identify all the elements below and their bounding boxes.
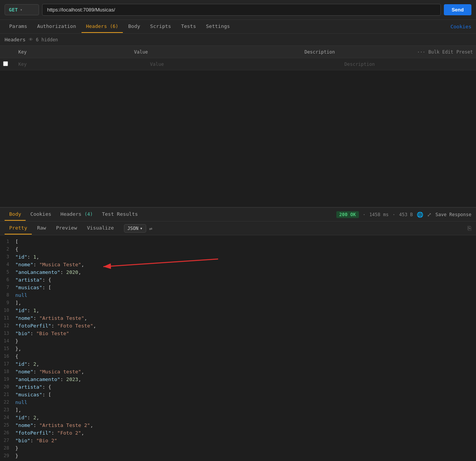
response-time: 1458 ms xyxy=(369,212,389,217)
code-line: 26 "fotoPerfil": "Foto 2", xyxy=(0,430,476,437)
line-content: "artista": { xyxy=(15,277,51,283)
code-tab-preview[interactable]: Preview xyxy=(51,222,82,235)
response-section: Body Cookies Headers (4) Test Results 20… xyxy=(0,207,476,461)
code-line: 15 }, xyxy=(0,345,476,353)
line-number: 18 xyxy=(0,369,15,374)
tab-scripts[interactable]: Scripts xyxy=(145,20,176,33)
line-number: 29 xyxy=(0,453,15,458)
filter-icon[interactable]: ⇌ xyxy=(149,225,152,231)
bulk-edit-label[interactable]: Bulk Edit xyxy=(429,49,453,55)
code-line: 25 "nome": "Artista Teste 2", xyxy=(0,422,476,430)
ellipsis-icon: ··· xyxy=(417,49,425,55)
code-tab-visualize[interactable]: Visualize xyxy=(82,222,118,235)
code-line: 5 "anoLancamento": 2020, xyxy=(0,269,476,277)
table-actions: ··· Bulk Edit Preset xyxy=(417,49,473,55)
line-content: "nome": "Artista Teste 2", xyxy=(15,422,93,428)
code-line: 11 "nome": "Artista Teste", xyxy=(0,315,476,323)
code-line: 27 "bio": "Bio 2" xyxy=(0,437,476,445)
tab-authorization[interactable]: Authorization xyxy=(33,20,81,33)
line-number: 1 xyxy=(0,239,15,244)
line-number: 9 xyxy=(0,300,15,305)
line-content: "nome": "Musica Teste", xyxy=(15,262,84,267)
code-area: 1[2 {3 "id": 1,4 "nome": "Musica Teste",… xyxy=(0,235,476,461)
code-line: 12 "fotoPerfil": "Foto Teste", xyxy=(0,323,476,330)
save-response-label[interactable]: Save Response xyxy=(435,212,471,217)
code-line: 17 "id": 2, xyxy=(0,361,476,368)
code-line: 13 "bio": "Bio Teste" xyxy=(0,330,476,338)
code-line: 14 } xyxy=(0,338,476,345)
preset-label[interactable]: Preset xyxy=(456,49,473,55)
info-icon: 🌐 xyxy=(417,212,423,218)
line-content: null xyxy=(15,292,27,298)
table-header: Key Value Description ··· Bulk Edit Pres… xyxy=(0,46,476,58)
headers-table: Key Value Description ··· Bulk Edit Pres… xyxy=(0,46,476,70)
resp-tab-test-results[interactable]: Test Results xyxy=(97,208,142,221)
line-number: 2 xyxy=(0,246,15,252)
code-line: 20 "artista": { xyxy=(0,384,476,391)
line-content: { xyxy=(15,246,18,252)
resp-tab-body[interactable]: Body xyxy=(5,208,26,221)
code-line: 18 "nome": "Musica teste", xyxy=(0,368,476,376)
desc-col-header: Description xyxy=(302,49,417,55)
code-tab-raw[interactable]: Raw xyxy=(33,222,51,235)
chevron-down-icon-2: ▾ xyxy=(140,226,143,231)
line-number: 28 xyxy=(0,445,15,451)
line-content: "fotoPerfil": "Foto 2", xyxy=(15,430,84,436)
url-input[interactable] xyxy=(42,4,441,16)
code-tab-pretty[interactable]: Pretty xyxy=(5,222,32,235)
tab-params[interactable]: Params xyxy=(5,20,32,33)
line-content: "fotoPerfil": "Foto Teste", xyxy=(15,323,96,329)
code-line: 22 null xyxy=(0,399,476,407)
response-status-area: 200 OK · 1458 ms · 453 B 🌐 ⤢ Save Respon… xyxy=(336,211,471,218)
tab-body[interactable]: Body xyxy=(124,20,145,33)
header-row-1: Key Value Description xyxy=(0,58,476,70)
cookies-link[interactable]: Cookies xyxy=(450,24,471,29)
top-bar: GET ▾ Send xyxy=(0,0,476,20)
send-button[interactable]: Send xyxy=(444,4,471,15)
value-input-cell[interactable]: Value xyxy=(147,62,341,67)
line-content: } xyxy=(15,338,18,344)
code-area-container: 1[2 {3 "id": 1,4 "nome": "Musica Teste",… xyxy=(0,235,476,461)
resp-tab-headers[interactable]: Headers (4) xyxy=(56,208,97,221)
line-number: 8 xyxy=(0,292,15,298)
line-number: 10 xyxy=(0,308,15,313)
code-line: 8 null xyxy=(0,292,476,300)
row-checkbox[interactable] xyxy=(3,61,15,67)
line-content: "nome": "Musica teste", xyxy=(15,369,84,375)
empty-area xyxy=(0,70,476,207)
line-content: ], xyxy=(15,407,21,413)
line-content: "id": 1, xyxy=(15,308,39,313)
line-number: 12 xyxy=(0,323,15,328)
code-line: 24 "id": 2, xyxy=(0,414,476,422)
chevron-down-icon: ▾ xyxy=(20,8,22,12)
line-content: ], xyxy=(15,300,21,306)
method-selector[interactable]: GET ▾ xyxy=(5,4,39,15)
code-line: 2 { xyxy=(0,246,476,254)
line-content: [ xyxy=(15,239,18,244)
line-content: "musicas": [ xyxy=(15,392,51,397)
code-line: 7 "musicas": [ xyxy=(0,284,476,292)
line-number: 13 xyxy=(0,331,15,336)
tab-settings[interactable]: Settings xyxy=(201,20,235,33)
line-number: 25 xyxy=(0,422,15,428)
line-number: 7 xyxy=(0,285,15,290)
copy-icon[interactable]: ⎘ xyxy=(468,225,471,232)
tab-headers[interactable]: Headers (6) xyxy=(82,20,123,33)
format-selector[interactable]: JSON ▾ xyxy=(124,224,146,233)
desc-input-cell[interactable]: Description xyxy=(341,62,473,67)
code-line: 28 } xyxy=(0,445,476,453)
status-badge: 200 OK xyxy=(336,211,359,218)
app-container: GET ▾ Send Params Authorization Headers … xyxy=(0,0,476,461)
expand-icon[interactable]: ⤢ xyxy=(427,212,432,218)
code-line: 3 "id": 1, xyxy=(0,254,476,261)
method-text: GET xyxy=(9,7,18,13)
tab-tests[interactable]: Tests xyxy=(176,20,201,33)
key-input-cell[interactable]: Key xyxy=(15,62,147,67)
resp-tab-cookies[interactable]: Cookies xyxy=(26,208,56,221)
code-line: 19 "anoLancamento": 2023, xyxy=(0,376,476,384)
line-content: "anoLancamento": 2023, xyxy=(15,376,81,382)
line-content: } xyxy=(15,445,18,451)
line-number: 21 xyxy=(0,392,15,397)
line-content: } xyxy=(15,453,18,459)
line-content: "artista": { xyxy=(15,384,51,390)
